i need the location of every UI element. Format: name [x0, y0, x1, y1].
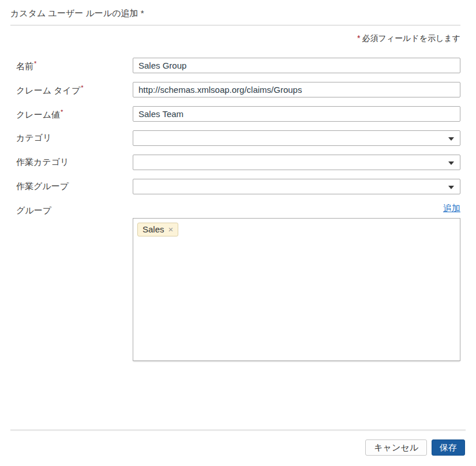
work-category-control: [133, 155, 460, 170]
form-row-claim-value: クレーム値*: [10, 106, 460, 122]
name-control: [133, 58, 460, 73]
category-control: [133, 130, 460, 146]
form-row-work-category: 作業カテゴリ: [10, 155, 460, 170]
name-input[interactable]: [133, 58, 460, 73]
claim-value-label-text: クレーム値: [16, 110, 60, 119]
add-custom-user-rule-dialog: カスタム ユーザー ルールの追加 * *必須フィールドを示します 名前* クレー…: [0, 0, 476, 361]
category-select[interactable]: [133, 130, 460, 146]
save-button[interactable]: 保存: [432, 439, 465, 456]
dropdown-arrow-icon: [448, 161, 454, 165]
claim-value-input[interactable]: [133, 106, 460, 122]
form-row-name: 名前*: [10, 58, 460, 73]
groups-label-text: グループ: [16, 205, 51, 215]
work-category-label-text: 作業カテゴリ: [16, 157, 69, 167]
claim-type-input[interactable]: [133, 82, 460, 97]
work-group-control: [133, 179, 460, 194]
required-asterisk: *: [81, 84, 83, 91]
remove-tag-icon[interactable]: ×: [168, 225, 174, 234]
group-tag-label: Sales: [143, 224, 164, 234]
name-label-text: 名前: [16, 61, 33, 71]
groups-control: 追加 Sales ×: [133, 203, 460, 361]
required-asterisk: *: [357, 33, 360, 43]
claim-type-label-text: クレーム タイプ: [16, 85, 80, 95]
required-asterisk: *: [34, 60, 36, 67]
form-row-work-group: 作業グループ: [10, 179, 460, 194]
header-divider: [10, 25, 460, 25]
category-label: カテゴリ: [10, 130, 133, 146]
work-category-label: 作業カテゴリ: [10, 155, 133, 170]
groups-tag-box[interactable]: Sales ×: [133, 218, 460, 361]
form-row-groups: グループ 追加 Sales ×: [10, 203, 460, 361]
footer-buttons: キャンセル 保存: [365, 439, 465, 456]
dropdown-arrow-icon: [448, 137, 454, 141]
claim-value-label: クレーム値*: [10, 106, 133, 122]
claim-type-control: [133, 82, 460, 97]
groups-label: グループ: [10, 203, 133, 361]
cancel-button[interactable]: キャンセル: [365, 439, 427, 456]
required-fields-note: *必須フィールドを示します: [10, 33, 460, 44]
add-group-link[interactable]: 追加: [443, 203, 460, 213]
form-row-category: カテゴリ: [10, 130, 460, 146]
claim-value-control: [133, 106, 460, 122]
dropdown-arrow-icon: [448, 186, 454, 189]
group-tag-sales: Sales ×: [137, 223, 178, 236]
group-add-line: 追加: [133, 203, 460, 213]
claim-type-label: クレーム タイプ*: [10, 82, 133, 97]
name-label: 名前*: [10, 58, 133, 73]
category-label-text: カテゴリ: [16, 133, 51, 142]
required-note-text: 必須フィールドを示します: [362, 33, 460, 43]
page-title: カスタム ユーザー ルールの追加 *: [10, 7, 460, 19]
form-row-claim-type: クレーム タイプ*: [10, 82, 460, 97]
footer-divider: [10, 430, 466, 430]
required-asterisk: *: [61, 108, 63, 115]
work-group-label: 作業グループ: [10, 179, 133, 194]
work-group-select[interactable]: [133, 179, 460, 194]
work-group-label-text: 作業グループ: [16, 181, 69, 191]
work-category-select[interactable]: [133, 155, 460, 170]
